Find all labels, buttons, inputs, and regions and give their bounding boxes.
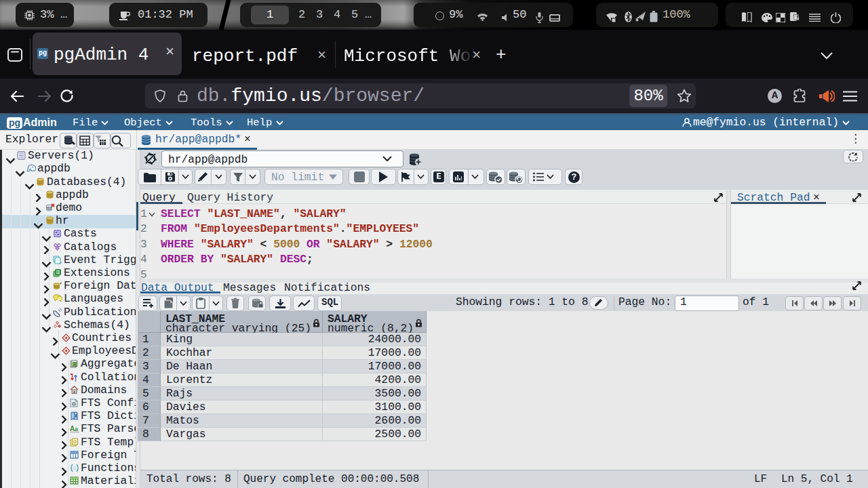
svg-text:a: a (75, 426, 79, 432)
